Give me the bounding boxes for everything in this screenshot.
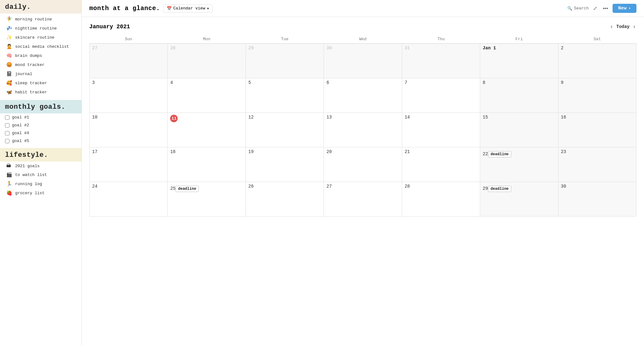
pin-button[interactable]: ⤢ (592, 5, 598, 11)
calendar-cell[interactable]: 21 (402, 147, 480, 182)
calendar-cell[interactable]: 12 (246, 113, 324, 147)
day-number: 24 (92, 184, 97, 189)
main-content: month at a glance. 📅 Calendar view ▾ 🔍 S… (82, 0, 644, 346)
sidebar-item-label: habit tracker (15, 90, 47, 95)
calendar-cell[interactable]: 18 (168, 147, 246, 182)
calendar-cell[interactable]: 22deadline (480, 147, 558, 182)
calendar-cell[interactable]: 23 (558, 147, 636, 182)
calendar-cell[interactable]: 28 (168, 44, 246, 78)
calendar-cell[interactable]: 16 (558, 113, 636, 147)
calendar-cell[interactable]: 11 (168, 113, 246, 147)
sidebar-item-2021-goals[interactable]: 🏔2021 goals (0, 162, 81, 170)
sidebar-monthly-header: monthly goals. (0, 100, 81, 113)
prev-month-button[interactable]: ‹ (609, 23, 614, 30)
sidebar-item-to-watch-list[interactable]: 🎬to watch list (0, 170, 81, 179)
calendar-cell[interactable]: 30 (558, 182, 636, 217)
sidebar: daily. 🧚morning routine💤nighttime routin… (0, 0, 82, 346)
day-number: Jan 1 (483, 46, 496, 51)
sidebar-item-label: nighttime routine (15, 26, 57, 31)
calendar-cell[interactable]: 31 (402, 44, 480, 78)
day-number: 29 (483, 186, 488, 191)
emoji-icon: 🍓 (6, 190, 13, 196)
sidebar-goal-goal-#1[interactable]: goal #1 (0, 113, 81, 121)
calendar-cell[interactable]: 5 (246, 78, 324, 113)
calendar-cell[interactable]: Jan 1 (480, 44, 558, 78)
sidebar-item-social-media-checklist[interactable]: 🙎social media checklist (0, 42, 81, 51)
day-number: 3 (92, 80, 95, 85)
calendar-nav-buttons: ‹ Today › (609, 23, 636, 30)
calendar-cell[interactable]: 13 (324, 113, 402, 147)
event-tag[interactable]: deadline (488, 186, 511, 192)
calendar-view-button[interactable]: 📅 Calendar view ▾ (163, 4, 213, 13)
day-number: 28 (170, 46, 175, 51)
day-number: 6 (326, 80, 329, 85)
chevron-down-icon: ▾ (207, 6, 209, 11)
calendar-day-header-fri: Fri (480, 35, 558, 44)
day-number: 28 (405, 184, 410, 189)
calendar-cell[interactable]: 26 (246, 182, 324, 217)
new-button[interactable]: New ▾ (613, 4, 636, 13)
day-number: 12 (248, 115, 254, 120)
event-tag[interactable]: deadline (488, 151, 511, 157)
emoji-icon: 😡 (6, 62, 13, 68)
sidebar-item-running-log[interactable]: 🏃running log (0, 179, 81, 189)
search-button[interactable]: 🔍 Search (567, 6, 589, 11)
calendar-cell[interactable]: 2 (558, 44, 636, 78)
calendar-cell[interactable]: 8 (480, 78, 558, 113)
calendar-cell[interactable]: 14 (402, 113, 480, 147)
goal-checkbox[interactable] (5, 115, 9, 120)
sidebar-item-grocery-list[interactable]: 🍓grocery list (0, 189, 81, 198)
next-month-button[interactable]: › (632, 23, 636, 30)
calendar-cell[interactable]: 15 (480, 113, 558, 147)
sidebar-item-label: sleep tracker (15, 81, 47, 85)
calendar-cell[interactable]: 28 (402, 182, 480, 217)
calendar-cell[interactable]: 29 (246, 44, 324, 78)
calendar-cell[interactable]: 10 (90, 113, 168, 147)
calendar-cell[interactable]: 27 (90, 44, 168, 78)
goal-checkbox[interactable] (5, 131, 9, 135)
day-number: 25 (170, 186, 175, 191)
calendar-cell[interactable]: 3 (90, 78, 168, 113)
sidebar-item-journal[interactable]: 📓journal (0, 69, 81, 79)
page-title: month at a glance. 📅 Calendar view ▾ (89, 4, 562, 13)
calendar-cell[interactable]: 9 (558, 78, 636, 113)
sidebar-item-mood-tracker[interactable]: 😡mood tracker (0, 60, 81, 69)
calendar-cell[interactable]: 24 (90, 182, 168, 217)
calendar-cell[interactable]: 6 (324, 78, 402, 113)
sidebar-item-brain-dumps[interactable]: 🧠brain dumps (0, 51, 81, 60)
calendar-nav: January 2021 ‹ Today › (89, 23, 636, 30)
event-tag[interactable]: deadline (175, 186, 199, 192)
calendar-cell[interactable]: 7 (402, 78, 480, 113)
sidebar-item-nighttime-routine[interactable]: 💤nighttime routine (0, 24, 81, 33)
calendar-cell[interactable]: 29deadline (480, 182, 558, 217)
emoji-icon: 📓 (6, 71, 13, 77)
calendar-cell[interactable]: 17 (90, 147, 168, 182)
sidebar-item-morning-routine[interactable]: 🧚morning routine (0, 15, 81, 24)
day-number: 4 (170, 80, 173, 85)
sidebar-goal-goal-#5[interactable]: goal #5 (0, 137, 81, 145)
search-icon: 🔍 (567, 6, 572, 11)
calendar-cell[interactable]: 4 (168, 78, 246, 113)
day-number: 2 (561, 46, 564, 51)
day-number: 27 (326, 184, 332, 189)
goal-checkbox[interactable] (5, 139, 9, 143)
day-number: 5 (248, 80, 251, 85)
calendar-cell[interactable]: 20 (324, 147, 402, 182)
calendar-cell[interactable]: 25deadline (168, 182, 246, 217)
calendar-cell[interactable]: 19 (246, 147, 324, 182)
goal-checkbox[interactable] (5, 123, 9, 128)
calendar-cell[interactable]: 27 (324, 182, 402, 217)
calendar-cell[interactable]: 30 (324, 44, 402, 78)
day-number: 30 (561, 184, 566, 189)
calendar-view-label: Calendar view (173, 6, 205, 11)
sidebar-item-habit-tracker[interactable]: 🦋habit tracker (0, 88, 81, 97)
sidebar-goal-goal-#2[interactable]: goal #2 (0, 121, 81, 129)
sidebar-item-sleep-tracker[interactable]: 🥰sleep tracker (0, 79, 81, 88)
sidebar-goal-goal-#4[interactable]: goal #4 (0, 129, 81, 137)
today-button[interactable]: Today (616, 24, 630, 29)
sidebar-item-skincare-routine[interactable]: ✨skincare routine (0, 33, 81, 42)
emoji-icon: 🦋 (6, 89, 13, 95)
more-button[interactable]: ••• (602, 6, 609, 11)
emoji-icon: 🏃 (6, 181, 13, 187)
calendar-day-header-sun: Sun (90, 35, 168, 44)
